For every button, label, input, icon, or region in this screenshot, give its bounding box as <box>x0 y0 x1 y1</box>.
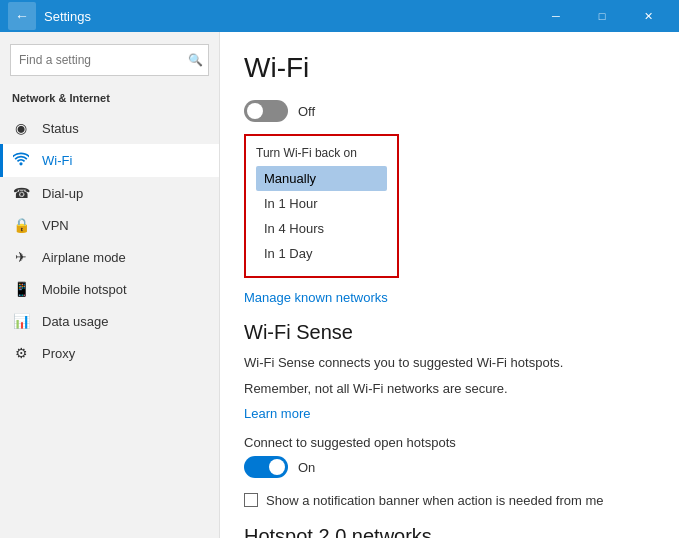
page-title: Wi-Fi <box>244 52 655 84</box>
datausage-icon: 📊 <box>12 313 30 329</box>
wifi-back-on-dropdown[interactable]: Turn Wi-Fi back on Manually In 1 Hour In… <box>244 134 399 278</box>
proxy-icon: ⚙ <box>12 345 30 361</box>
content-area: Wi-Fi Off Turn Wi-Fi back on Manually In… <box>220 32 679 538</box>
wifi-icon <box>12 152 30 169</box>
close-button[interactable]: ✕ <box>625 0 671 32</box>
sidebar-label-airplane: Airplane mode <box>42 250 126 265</box>
wifi-toggle[interactable] <box>244 100 288 122</box>
vpn-icon: 🔒 <box>12 217 30 233</box>
dropdown-option-1day[interactable]: In 1 Day <box>256 241 387 266</box>
app-body: 🔍 Network & Internet ◉ Status Wi-Fi ☎ Di… <box>0 32 679 538</box>
dropdown-option-4hours[interactable]: In 4 Hours <box>256 216 387 241</box>
sidebar-item-status[interactable]: ◉ Status <box>0 112 219 144</box>
sidebar-section-title: Network & Internet <box>0 88 219 112</box>
titlebar-left: ← Settings <box>8 2 91 30</box>
manage-networks-link[interactable]: Manage known networks <box>244 290 655 305</box>
sidebar-label-hotspot: Mobile hotspot <box>42 282 127 297</box>
hotspot-icon: 📱 <box>12 281 30 297</box>
titlebar-title: Settings <box>44 9 91 24</box>
wifi-toggle-label: Off <box>298 104 315 119</box>
dropdown-option-manually[interactable]: Manually <box>256 166 387 191</box>
sidebar-label-wifi: Wi-Fi <box>42 153 72 168</box>
sidebar-item-datausage[interactable]: 📊 Data usage <box>0 305 219 337</box>
sidebar-item-airplane[interactable]: ✈ Airplane mode <box>0 241 219 273</box>
search-container: 🔍 <box>10 44 209 76</box>
minimize-button[interactable]: ─ <box>533 0 579 32</box>
notification-checkbox-row: Show a notification banner when action i… <box>244 492 655 510</box>
connect-toggle-thumb <box>269 459 285 475</box>
sidebar-label-proxy: Proxy <box>42 346 75 361</box>
search-icon: 🔍 <box>188 53 203 67</box>
sidebar-item-dialup[interactable]: ☎ Dial-up <box>0 177 219 209</box>
wifi-toggle-row: Off <box>244 100 655 122</box>
notification-checkbox-label: Show a notification banner when action i… <box>266 492 603 510</box>
connect-hotspots-row: Connect to suggested open hotspots On <box>244 435 655 478</box>
wifi-sense-title: Wi-Fi Sense <box>244 321 655 344</box>
back-button[interactable]: ← <box>8 2 36 30</box>
dialup-icon: ☎ <box>12 185 30 201</box>
connect-toggle[interactable] <box>244 456 288 478</box>
sidebar-label-vpn: VPN <box>42 218 69 233</box>
sidebar-item-hotspot[interactable]: 📱 Mobile hotspot <box>0 273 219 305</box>
sidebar-label-status: Status <box>42 121 79 136</box>
status-icon: ◉ <box>12 120 30 136</box>
airplane-icon: ✈ <box>12 249 30 265</box>
close-icon: ✕ <box>644 10 653 23</box>
sidebar-item-wifi[interactable]: Wi-Fi <box>0 144 219 177</box>
sidebar: 🔍 Network & Internet ◉ Status Wi-Fi ☎ Di… <box>0 32 220 538</box>
hotspot-section-title: Hotspot 2.0 networks <box>244 525 655 538</box>
minimize-icon: ─ <box>552 10 560 22</box>
connect-hotspots-label: Connect to suggested open hotspots <box>244 435 655 450</box>
sidebar-item-proxy[interactable]: ⚙ Proxy <box>0 337 219 369</box>
notification-checkbox[interactable] <box>244 493 258 507</box>
toggle-thumb <box>247 103 263 119</box>
search-input[interactable] <box>10 44 209 76</box>
sidebar-item-vpn[interactable]: 🔒 VPN <box>0 209 219 241</box>
learn-more-link[interactable]: Learn more <box>244 406 655 421</box>
maximize-button[interactable]: □ <box>579 0 625 32</box>
sense-description1: Wi-Fi Sense connects you to suggested Wi… <box>244 354 655 372</box>
titlebar-controls: ─ □ ✕ <box>533 0 671 32</box>
dropdown-label: Turn Wi-Fi back on <box>256 146 387 160</box>
dropdown-option-1hour[interactable]: In 1 Hour <box>256 191 387 216</box>
sidebar-label-datausage: Data usage <box>42 314 109 329</box>
connect-toggle-row: On <box>244 456 655 478</box>
maximize-icon: □ <box>599 10 606 22</box>
sidebar-label-dialup: Dial-up <box>42 186 83 201</box>
sense-description2: Remember, not all Wi-Fi networks are sec… <box>244 380 655 398</box>
back-icon: ← <box>15 8 29 24</box>
connect-toggle-label: On <box>298 460 315 475</box>
titlebar: ← Settings ─ □ ✕ <box>0 0 679 32</box>
